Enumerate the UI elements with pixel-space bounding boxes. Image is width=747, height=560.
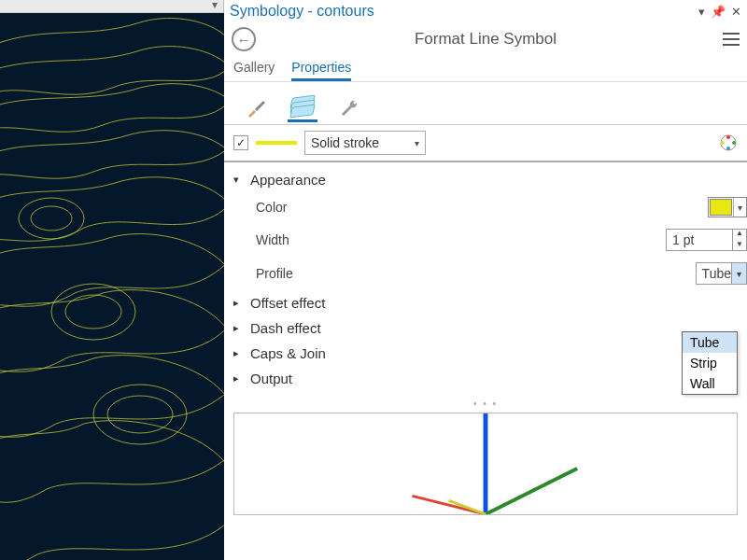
stroke-preview xyxy=(256,141,297,145)
chevron-down-icon: ▾ xyxy=(733,198,746,217)
spin-down-icon[interactable]: ▼ xyxy=(733,240,746,251)
spin-up-icon[interactable]: ▲ xyxy=(733,229,746,240)
stroke-type-select[interactable]: Solid stroke ▾ xyxy=(304,131,426,155)
contour-map xyxy=(0,13,224,560)
symbol-3d-preview[interactable] xyxy=(233,413,738,515)
width-value: 1 pt xyxy=(667,232,732,247)
offset-effect-label: Offset effect xyxy=(250,295,325,311)
width-label: Width xyxy=(256,232,387,247)
axes-icon xyxy=(234,413,737,514)
width-spinner[interactable]: 1 pt ▲ ▼ xyxy=(666,229,747,251)
output-section[interactable]: ▸ Output xyxy=(224,366,747,391)
chevron-down-icon: ▾ xyxy=(415,138,419,148)
checkmark-icon: ✓ xyxy=(236,136,246,149)
svg-point-9 xyxy=(732,141,736,145)
structure-tab-icon[interactable] xyxy=(334,94,364,122)
color-picker[interactable]: ▾ xyxy=(708,197,747,217)
chevron-right-icon: ▸ xyxy=(233,372,245,385)
profile-option-tube[interactable]: Tube xyxy=(683,332,737,353)
chevron-right-icon: ▸ xyxy=(233,322,245,334)
section-title: Format Line Symbol xyxy=(224,30,747,49)
layers-tab-icon[interactable] xyxy=(288,94,317,122)
appearance-section-header[interactable]: ▾ Appearance xyxy=(224,162,747,191)
appearance-heading: Appearance xyxy=(250,172,326,188)
svg-point-8 xyxy=(726,135,730,139)
offset-effect-section[interactable]: ▸ Offset effect xyxy=(224,290,747,315)
panel-menu-icon[interactable]: ▾ xyxy=(698,5,705,19)
symbol-tab-icon[interactable] xyxy=(241,94,271,122)
tab-properties[interactable]: Properties xyxy=(291,56,351,81)
profile-value: Tube xyxy=(702,266,731,281)
layers-icon xyxy=(289,96,316,117)
color-label: Color xyxy=(256,200,387,215)
caps-join-section[interactable]: ▸ Caps & Join xyxy=(224,341,747,366)
dash-effect-section[interactable]: ▸ Dash effect xyxy=(224,315,747,341)
profile-option-strip[interactable]: Strip xyxy=(683,353,737,373)
panel-title: Symbology - contours xyxy=(230,3,374,20)
profile-select[interactable]: Tube ▾ xyxy=(696,262,747,285)
close-icon[interactable]: ✕ xyxy=(731,5,741,19)
profile-option-wall[interactable]: Wall xyxy=(683,373,737,394)
profile-dropdown-list: Tube Strip Wall xyxy=(682,331,738,395)
svg-line-13 xyxy=(486,469,577,514)
symbology-panel: Symbology - contours ▾ 📌 ✕ ← Format Line… xyxy=(224,0,747,560)
chevron-right-icon: ▸ xyxy=(233,347,245,359)
chevron-down-icon: ▾ xyxy=(233,174,245,186)
svg-point-11 xyxy=(721,141,725,145)
chevron-down-icon: ▾ xyxy=(731,263,746,284)
tab-gallery[interactable]: Gallery xyxy=(233,56,275,81)
left-pane-titlebar: ▾ xyxy=(0,0,223,13)
splitter-handle[interactable]: • • • xyxy=(224,391,747,409)
brush-icon xyxy=(245,97,267,119)
profile-label: Profile xyxy=(256,266,387,281)
stroke-visibility-checkbox[interactable]: ✓ xyxy=(233,135,248,150)
output-label: Output xyxy=(250,371,292,386)
wrench-icon xyxy=(338,97,360,119)
color-vision-icon[interactable] xyxy=(719,133,738,152)
collapse-icon[interactable]: ▾ xyxy=(212,0,218,11)
chevron-right-icon: ▸ xyxy=(233,297,245,309)
caps-join-label: Caps & Join xyxy=(250,345,326,361)
pin-icon[interactable]: 📌 xyxy=(711,5,726,19)
dash-effect-label: Dash effect xyxy=(250,320,321,336)
color-swatch xyxy=(710,199,732,216)
stroke-type-label: Solid stroke xyxy=(311,135,379,150)
svg-point-10 xyxy=(726,147,730,150)
map-preview-pane: ▾ xyxy=(0,0,224,560)
